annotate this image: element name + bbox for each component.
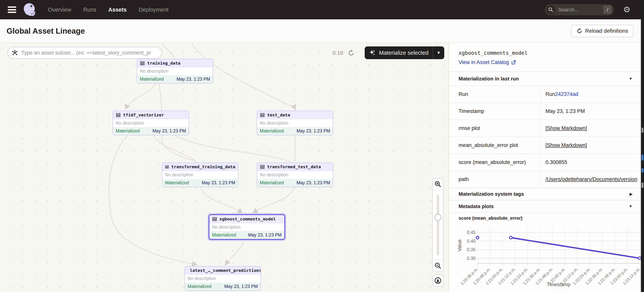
nav-item-assets[interactable]: Assets [108,7,127,13]
chevron-right-icon: ▶ [630,192,632,196]
search-input[interactable] [558,7,604,13]
section-metadata-plots[interactable]: Metadata plots ▼ [449,200,641,212]
hamburger-menu-icon[interactable] [8,7,16,13]
status-badge: Materialized [165,180,189,185]
asset-description: No description [257,119,333,127]
refresh-icon[interactable] [348,50,355,57]
background-window-strip [641,0,644,292]
table-row: Timestamp May 23, 1:23 PM [449,103,641,120]
chevron-down-icon: ▼ [629,77,632,81]
row-link[interactable]: [Show Markdown] [546,142,587,148]
row-link[interactable]: 242374ad [555,91,578,97]
zoom-slider-handle[interactable] [434,214,441,221]
svg-text:0.40: 0.40 [467,239,476,244]
svg-text:Timestamp: Timestamp [547,282,570,287]
materialization-timestamp[interactable]: May 23, 1:23 PM [248,232,282,238]
asset-node-transformed_training_data[interactable]: transformed_training_data No description… [162,162,238,187]
row-value: [Show Markdown] [541,120,641,137]
zoom-controls [432,178,444,272]
materialize-label: Materialize selected [379,50,428,56]
row-value: [Show Markdown] [541,137,641,154]
asset-description: No description [113,119,189,127]
asset-node-header: tfidf_vectorizer [113,111,189,119]
asset-title: xgboost_comments_model [458,50,641,56]
materialization-timestamp[interactable]: May 23, 1:23 PM [296,180,330,185]
materialize-selected-button[interactable]: Materialize selected ▼ [365,46,444,59]
external-link-icon [511,60,516,65]
row-link[interactable]: [Show Markdown] [546,125,587,131]
page-header: Global Asset Lineage Reload definitions [0,19,644,43]
table-icon [116,113,121,118]
zoom-out-button[interactable] [433,259,443,271]
plot-title: score (mean_absolute_error) [449,212,641,223]
asset-name: transformed_training_data [171,164,235,169]
asset-status-row: Materialized May 23, 1:23 PM [185,282,260,290]
asset-description: No description [137,67,213,75]
nav-item-deployment[interactable]: Deployment [139,7,169,13]
materialization-timestamp[interactable]: May 23, 1:23 PM [152,128,186,134]
svg-text:Value: Value [457,239,462,251]
asset-node-latest_comment_predictions[interactable]: latest_…_comment_predictions No descript… [184,266,261,291]
zoom-in-button[interactable] [433,178,443,190]
gear-icon[interactable]: ⚙ [623,6,630,14]
asset-node-header: test_data [257,111,333,119]
materialization-timestamp[interactable]: May 23, 1:23 PM [296,128,330,134]
view-in-asset-catalog-link[interactable]: View in Asset Catalog [458,59,641,65]
search-icon [546,5,555,14]
refresh-timer: 0:18 [332,50,343,56]
reload-definitions-button[interactable]: Reload definitions [571,25,634,37]
row-label: score (mean_absolute_error) [449,154,541,171]
row-label: Timestamp [449,103,541,120]
asset-node-header: latest_…_comment_predictions [185,266,260,274]
global-search[interactable]: / [545,4,614,15]
svg-text:0.45: 0.45 [467,230,476,235]
page-title: Global Asset Lineage [6,27,85,35]
nav-item-overview[interactable]: Overview [48,7,71,13]
status-badge: Materialized [116,128,140,134]
download-icon [434,277,442,284]
asset-node-training_data[interactable]: training_data No description Materialize… [137,59,213,84]
zoom-slider[interactable] [433,190,443,259]
status-badge: Materialized [212,232,236,238]
panel-divider [448,43,449,292]
materialization-timestamp[interactable]: May 23, 1:23 PM [224,284,258,289]
reload-icon [576,28,582,34]
asset-name: transformed_test_data [267,164,321,169]
asset-node-test_data[interactable]: test_data No description Materialized Ma… [257,111,333,135]
asset-graph-canvas[interactable]: 0:18 Materialize selected ▼ [0,43,448,292]
table-icon [165,164,169,169]
graph-toolbar: 0:18 Materialize selected ▼ [0,43,448,62]
asset-node-xgboost_comments_model[interactable]: xgboost_comments_model No description Ma… [208,214,285,240]
row-label: path [449,171,541,188]
asset-status-row: Materialized May 23, 1:23 PM [137,75,213,83]
op-selector-icon [12,50,18,56]
asset-filter[interactable] [7,47,162,59]
nav-item-runs[interactable]: Runs [83,7,96,13]
svg-text:0.30: 0.30 [467,256,476,261]
metadata-table: Run Run 242374ad Timestamp May 23, 1:23 … [449,86,641,188]
row-value: /Users/odetteharary/Documents/version [541,171,641,188]
zoom-slider-track[interactable] [437,194,439,255]
materialize-caret-icon[interactable]: ▼ [433,50,444,55]
row-value: 0.300855 [541,154,641,171]
asset-description: No description [162,171,238,179]
asset-name: test_data [267,113,290,117]
asset-description: No description [185,274,260,282]
asset-detail-panel: xgboost_comments_model View in Asset Cat… [449,43,641,292]
search-shortcut-key: / [604,6,612,14]
section-materialization-last-run[interactable]: Materialization in last run ▼ [449,72,641,86]
asset-node-header: xgboost_comments_model [210,215,284,223]
status-badge: Materialized [188,284,212,289]
asset-node-tfidf_vectorizer[interactable]: tfidf_vectorizer No description Material… [112,111,189,135]
row-link[interactable]: /Users/odetteharary/Documents/version [546,176,638,182]
table-icon [260,164,265,169]
download-image-button[interactable] [432,274,444,286]
asset-description: No description [257,171,333,179]
asset-subset-input[interactable] [21,50,158,56]
score-chart: 1:20:36 p.m.1:20:48 p.m.1:21:00 p.m.1:21… [449,222,641,292]
section-materialization-system-tags[interactable]: Materialization system tags ▶ [449,188,641,200]
materialization-timestamp[interactable]: May 23, 1:23 PM [176,77,210,82]
materialization-timestamp[interactable]: May 23, 1:23 PM [202,180,235,185]
asset-node-transformed_test_data[interactable]: transformed_test_data No description Mat… [257,162,333,187]
top-nav: OverviewRunsAssetsDeployment / ⚙ [0,0,644,19]
